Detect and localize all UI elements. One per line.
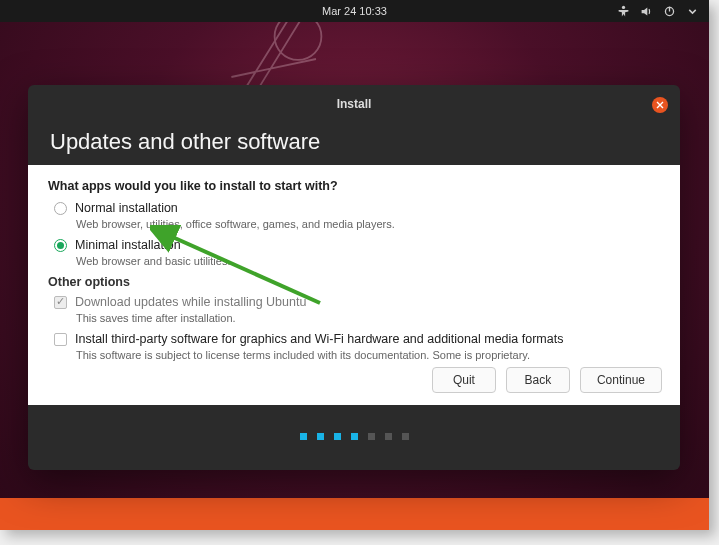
progress-dot bbox=[368, 433, 375, 440]
wizard-buttons: Quit Back Continue bbox=[432, 367, 662, 393]
question-title: What apps would you like to install to s… bbox=[48, 179, 660, 193]
checkbox-third-party[interactable]: Install third-party software for graphic… bbox=[54, 332, 660, 346]
installer-body: What apps would you like to install to s… bbox=[28, 165, 680, 405]
back-button[interactable]: Back bbox=[506, 367, 570, 393]
normal-desc: Web browser, utilities, office software,… bbox=[76, 218, 660, 230]
system-tray bbox=[617, 5, 699, 18]
other-options-heading: Other options bbox=[48, 275, 660, 289]
radio-minimal-installation[interactable]: Minimal installation bbox=[54, 238, 660, 252]
clock: Mar 24 10:33 bbox=[322, 5, 387, 17]
progress-dot bbox=[300, 433, 307, 440]
volume-icon[interactable] bbox=[640, 5, 653, 18]
page-heading: Updates and other software bbox=[50, 129, 658, 155]
radio-label: Minimal installation bbox=[75, 238, 181, 252]
radio-icon bbox=[54, 239, 67, 252]
system-top-bar: Mar 24 10:33 bbox=[0, 0, 709, 22]
checkbox-download-updates[interactable]: Download updates while installing Ubuntu bbox=[54, 295, 660, 309]
svg-point-1 bbox=[622, 5, 625, 8]
progress-dot bbox=[334, 433, 341, 440]
progress-dot bbox=[317, 433, 324, 440]
window-title: Install bbox=[50, 95, 658, 111]
minimal-desc: Web browser and basic utilities. bbox=[76, 255, 660, 267]
progress-dot bbox=[385, 433, 392, 440]
quit-button[interactable]: Quit bbox=[432, 367, 496, 393]
progress-dot bbox=[351, 433, 358, 440]
close-button[interactable] bbox=[652, 97, 668, 113]
thirdparty-desc: This software is subject to license term… bbox=[76, 349, 660, 361]
desktop: Mar 24 10:33 Install Updates and other s… bbox=[0, 0, 709, 530]
accessibility-icon[interactable] bbox=[617, 5, 630, 18]
checkbox-label: Install third-party software for graphic… bbox=[75, 332, 563, 346]
close-icon bbox=[656, 101, 664, 109]
radio-label: Normal installation bbox=[75, 201, 178, 215]
continue-button[interactable]: Continue bbox=[580, 367, 662, 393]
updates-desc: This saves time after installation. bbox=[76, 312, 660, 324]
radio-icon bbox=[54, 202, 67, 215]
svg-rect-3 bbox=[669, 6, 670, 11]
bottom-accent-bar bbox=[0, 498, 709, 530]
progress-dots bbox=[28, 405, 680, 440]
checkbox-icon bbox=[54, 296, 67, 309]
checkbox-label: Download updates while installing Ubuntu bbox=[75, 295, 306, 309]
progress-dot bbox=[402, 433, 409, 440]
radio-normal-installation[interactable]: Normal installation bbox=[54, 201, 660, 215]
chevron-down-icon[interactable] bbox=[686, 5, 699, 18]
installer-header: Install Updates and other software bbox=[28, 85, 680, 165]
power-icon[interactable] bbox=[663, 5, 676, 18]
installer-window: Install Updates and other software What … bbox=[28, 85, 680, 470]
checkbox-icon bbox=[54, 333, 67, 346]
